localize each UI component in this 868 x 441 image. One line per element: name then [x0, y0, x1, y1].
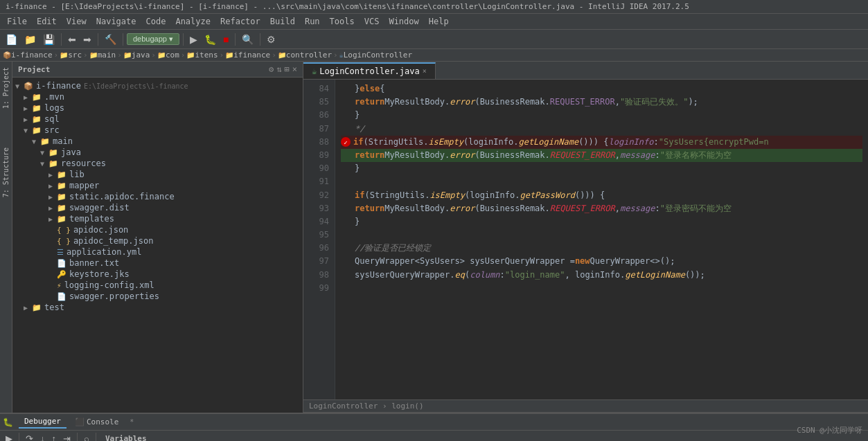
expand-arrow-src: ▼ [24, 127, 30, 134]
menu-item-build[interactable]: Build [266, 15, 299, 28]
code-line-91 [341, 175, 862, 188]
side-tab-structure[interactable]: 7: Structure [1, 142, 11, 203]
tree-label-apidoc-temp: apidoc_temp.json [73, 236, 154, 246]
tree-item-apidoc-temp[interactable]: ▶ { } apidoc_temp.json [12, 235, 303, 246]
tree-item-banner[interactable]: ▶ 📄 banner.txt [12, 258, 303, 269]
nav-item-ifinance2[interactable]: ifinance [233, 51, 270, 60]
evaluate-btn[interactable]: ⌕ [81, 432, 92, 441]
code-content[interactable]: }else{ return MyResultBody.error(Busines… [335, 80, 868, 399]
code-line-99 [341, 282, 862, 295]
run-btn[interactable]: ▶ [187, 33, 200, 46]
menu-item-vcs[interactable]: VCS [360, 15, 384, 28]
tree-item-swaggerdist[interactable]: ▶ 📁 swagger.dist [12, 202, 303, 213]
menu-item-analyze[interactable]: Analyze [171, 15, 215, 28]
stop-btn[interactable]: ■ [220, 33, 231, 46]
tree-label-resources: resources [61, 159, 106, 168]
main-layout: 1: Project 7: Structure Project ⚙ ⇅ ⊞ × … [0, 62, 868, 413]
tree-item-mapper[interactable]: ▶ 📁 mapper [12, 180, 303, 191]
side-tab-project[interactable]: 1: Project [1, 62, 11, 114]
resume-btn[interactable]: ▶ [3, 432, 15, 441]
step-into-btn[interactable]: ↓ [37, 432, 48, 441]
nav-item-main[interactable]: main [98, 51, 116, 60]
sort-icon[interactable]: ⇅ [276, 64, 281, 74]
nav-icon-com: 📁 [157, 51, 166, 59]
debug-tab-console[interactable]: ⬛ Console [69, 416, 124, 428]
close-icon[interactable]: × [292, 64, 297, 74]
tree-item-keystore[interactable]: ▶ 🔑 keystore.jks [12, 269, 303, 280]
tree-item-templates[interactable]: ▶ 📁 templates [12, 213, 303, 224]
tree-item-logs[interactable]: ▶ 📁 logs [12, 102, 303, 114]
menu-item-refactor[interactable]: Refactor [216, 15, 265, 28]
settings-btn[interactable]: ⚙ [264, 33, 278, 46]
debug-btn[interactable]: 🐛 [202, 33, 219, 46]
run-to-cursor-btn[interactable]: ⇥ [60, 432, 73, 441]
menu-item-file[interactable]: File [3, 15, 31, 28]
tree-item-logging[interactable]: ▶ ⚡ logging-config.xml [12, 280, 303, 291]
folder-icon-test: 📁 [32, 303, 42, 312]
file-icon-logging: ⚡ [57, 281, 62, 290]
new-file-btn[interactable]: 📄 [3, 33, 20, 46]
tree-item-mvn[interactable]: ▶ 📁 .mvn [12, 91, 303, 102]
tree-item-swagger-props[interactable]: ▶ 📄 swagger.properties [12, 291, 303, 302]
menu-item-run[interactable]: Run [301, 15, 324, 28]
nav-bar: 📦 i-finance › 📁 src › 📁 main › 📁 java › … [0, 49, 868, 62]
debug-sep-3 [96, 433, 96, 442]
nav-item-java[interactable]: java [132, 51, 150, 60]
nav-item-logincontroller[interactable]: LoginController [344, 51, 412, 60]
tree-item-static[interactable]: ▶ 📁 static.apidoc.finance [12, 191, 303, 202]
nav-item-com[interactable]: com [166, 51, 179, 60]
tree-item-test[interactable]: ▶ 📁 test [12, 302, 303, 313]
tree-item-src[interactable]: ▼ 📁 src [12, 125, 303, 136]
open-btn[interactable]: 📁 [21, 33, 39, 46]
folder-icon-mapper: 📁 [57, 181, 67, 190]
code-area[interactable]: 84 85 86 87 88 89 90 91 92 93 94 95 96 9… [303, 80, 868, 399]
expand-arrow-java: ▼ [40, 149, 47, 156]
menu-item-window[interactable]: Window [384, 15, 423, 28]
line-numbers: 84 85 86 87 88 89 90 91 92 93 94 95 96 9… [303, 80, 335, 399]
tree-item-application[interactable]: ▶ ☰ application.yml [12, 246, 303, 258]
tree-label-src: src [44, 125, 60, 135]
debug-tab-debugger[interactable]: Debugger [19, 415, 67, 429]
save-btn[interactable]: 💾 [40, 33, 57, 46]
menu-item-tools[interactable]: Tools [326, 15, 359, 28]
expand-icon[interactable]: ⊞ [285, 64, 290, 74]
tree-label-keystore: keystore.jks [69, 269, 130, 279]
nav-item-controller[interactable]: controller [286, 51, 332, 60]
toolbar-sep-2 [98, 33, 98, 46]
folder-icon-lib: 📁 [57, 170, 67, 179]
tree-label-swaggerdist: swagger.dist [69, 203, 130, 213]
menu-item-code[interactable]: Code [142, 15, 170, 28]
folder-icon-mvn: 📁 [32, 93, 42, 102]
tree-item-java[interactable]: ▼ 📁 java [12, 147, 303, 158]
menu-item-navigate[interactable]: Navigate [92, 15, 141, 28]
tree-item-lib[interactable]: ▶ 📁 lib [12, 169, 303, 180]
menu-item-edit[interactable]: Edit [33, 15, 61, 28]
tree-root[interactable]: ▼ 📦 i-finance E:\IdeaProjects\i-finance [12, 80, 303, 91]
tree-label-main: main [53, 136, 73, 146]
tab-logincontroller[interactable]: ☕ LoginController.java × [303, 62, 436, 79]
tab-close-btn[interactable]: × [423, 67, 427, 75]
step-over-btn[interactable]: ↷ [23, 432, 36, 441]
nav-item-itens[interactable]: itens [195, 51, 218, 60]
back-btn[interactable]: ⬅ [65, 33, 79, 46]
code-line-96: //验证是否已经锁定 [341, 242, 862, 255]
tree-label-static: static.apidoc.finance [69, 192, 175, 201]
debug-app-btn[interactable]: debugapp ▾ [127, 33, 179, 45]
code-line-90: } [341, 162, 862, 175]
search-btn[interactable]: 🔍 [239, 33, 256, 46]
menu-item-view[interactable]: View [62, 15, 91, 28]
tree-item-resources[interactable]: ▼ 📁 resources [12, 158, 303, 169]
forward-btn[interactable]: ➡ [80, 33, 94, 46]
tree-item-apidoc[interactable]: ▶ { } apidoc.json [12, 224, 303, 235]
step-out-btn[interactable]: ↑ [49, 432, 60, 441]
menu-item-help[interactable]: Help [425, 15, 453, 28]
gear-icon[interactable]: ⚙ [269, 64, 274, 74]
nav-item-src[interactable]: src [68, 51, 82, 60]
folder-icon-swaggerdist: 📁 [57, 204, 67, 213]
debug-panel: 🐛 Debugger ⬛ Console * ▶ ↷ ↓ ↑ ⇥ ⌕ Varia… [0, 413, 868, 441]
nav-item-ifinance[interactable]: i-finance [11, 51, 53, 60]
build-btn[interactable]: 🔨 [102, 33, 119, 46]
tree-item-main[interactable]: ▼ 📁 main [12, 136, 303, 147]
nav-icon-ifinance: 📦 [3, 51, 11, 59]
tree-item-sql[interactable]: ▶ 📁 sql [12, 114, 303, 125]
